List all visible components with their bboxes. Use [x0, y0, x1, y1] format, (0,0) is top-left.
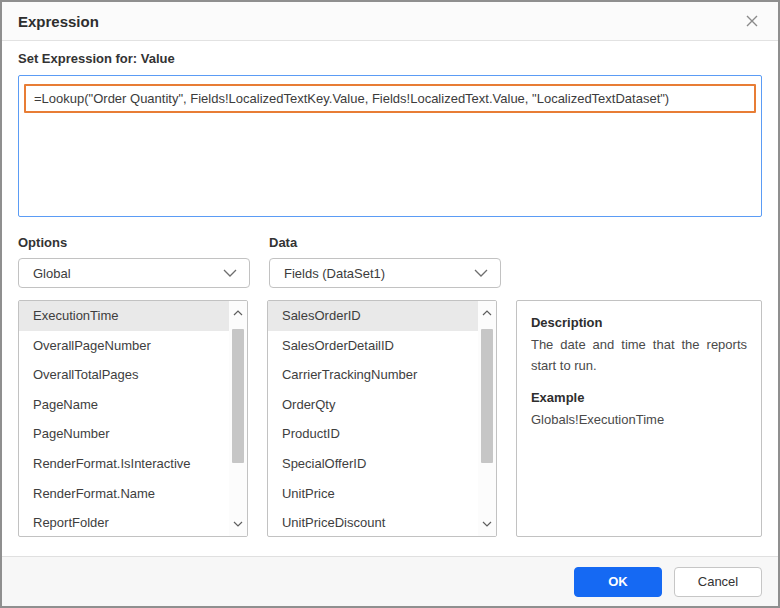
list-item[interactable]: UnitPriceDiscount	[268, 508, 478, 537]
example-text: Globals!ExecutionTime	[531, 410, 747, 430]
description-panel: Description The date and time that the r…	[516, 300, 762, 537]
globals-scrollbar[interactable]	[229, 301, 247, 536]
list-item[interactable]: PageName	[19, 390, 229, 420]
data-dropdown-value: Fields (DataSet1)	[284, 266, 385, 281]
list-item[interactable]: OverallPageNumber	[19, 331, 229, 361]
expression-dialog: Expression Set Expression for: Value =Lo…	[0, 0, 780, 608]
close-button[interactable]	[742, 11, 762, 31]
description-text: The date and time that the reports start…	[531, 335, 747, 377]
chevron-down-icon	[482, 521, 492, 527]
options-column: Options Global	[18, 235, 250, 288]
dialog-titlebar: Expression	[2, 2, 778, 41]
close-icon	[746, 15, 758, 27]
dialog-content: Set Expression for: Value =Lookup("Order…	[2, 41, 778, 556]
fields-listbox: SalesOrderIDSalesOrderDetailIDCarrierTra…	[267, 300, 497, 537]
scrollbar-thumb[interactable]	[232, 329, 244, 463]
list-item[interactable]: ProductID	[268, 419, 478, 449]
list-item[interactable]: ExecutionTime	[19, 301, 229, 331]
globals-listbox: ExecutionTimeOverallPageNumberOverallTot…	[18, 300, 248, 537]
options-dropdown[interactable]: Global	[18, 258, 250, 288]
list-item[interactable]: OrderQty	[268, 390, 478, 420]
scroll-up-button[interactable]	[229, 303, 247, 323]
scroll-down-button[interactable]	[229, 514, 247, 534]
list-item[interactable]: SalesOrderID	[268, 301, 478, 331]
chevron-up-icon	[233, 310, 243, 316]
dialog-footer: OK Cancel	[2, 556, 778, 606]
list-item[interactable]: UnitPrice	[268, 479, 478, 509]
ok-button[interactable]: OK	[574, 567, 662, 597]
list-item[interactable]: SpecialOfferID	[268, 449, 478, 479]
set-expression-label: Set Expression for: Value	[18, 51, 762, 66]
scrollbar-thumb[interactable]	[481, 329, 493, 463]
data-column: Data Fields (DataSet1)	[269, 235, 501, 288]
chevron-down-icon	[233, 521, 243, 527]
example-heading: Example	[531, 390, 747, 405]
chevron-up-icon	[482, 310, 492, 316]
chevron-down-icon	[223, 269, 237, 277]
list-item[interactable]: CarrierTrackingNumber	[268, 360, 478, 390]
list-item[interactable]: PageNumber	[19, 419, 229, 449]
globals-list: ExecutionTimeOverallPageNumberOverallTot…	[19, 301, 229, 536]
scroll-down-button[interactable]	[478, 514, 496, 534]
expression-text: =Lookup("Order Quantity", Fields!Localiz…	[34, 91, 669, 106]
scroll-up-button[interactable]	[478, 303, 496, 323]
dialog-title: Expression	[18, 13, 99, 30]
list-item[interactable]: SalesOrderDetailID	[268, 331, 478, 361]
expression-input[interactable]: =Lookup("Order Quantity", Fields!Localiz…	[18, 75, 762, 217]
chevron-down-icon	[474, 269, 488, 277]
description-heading: Description	[531, 315, 747, 330]
fields-list: SalesOrderIDSalesOrderDetailIDCarrierTra…	[268, 301, 478, 536]
panels-row: ExecutionTimeOverallPageNumberOverallTot…	[18, 300, 762, 537]
data-label: Data	[269, 235, 501, 250]
expression-highlight-box: =Lookup("Order Quantity", Fields!Localiz…	[24, 84, 756, 113]
fields-scrollbar[interactable]	[478, 301, 496, 536]
data-dropdown[interactable]: Fields (DataSet1)	[269, 258, 501, 288]
list-item[interactable]: RenderFormat.IsInteractive	[19, 449, 229, 479]
list-item[interactable]: RenderFormat.Name	[19, 479, 229, 509]
cancel-button[interactable]: Cancel	[674, 567, 762, 597]
options-dropdown-value: Global	[33, 266, 71, 281]
list-item[interactable]: ReportFolder	[19, 508, 229, 537]
list-item[interactable]: OverallTotalPages	[19, 360, 229, 390]
options-label: Options	[18, 235, 250, 250]
selects-row: Options Global Data Fields (DataSet1)	[18, 235, 762, 288]
